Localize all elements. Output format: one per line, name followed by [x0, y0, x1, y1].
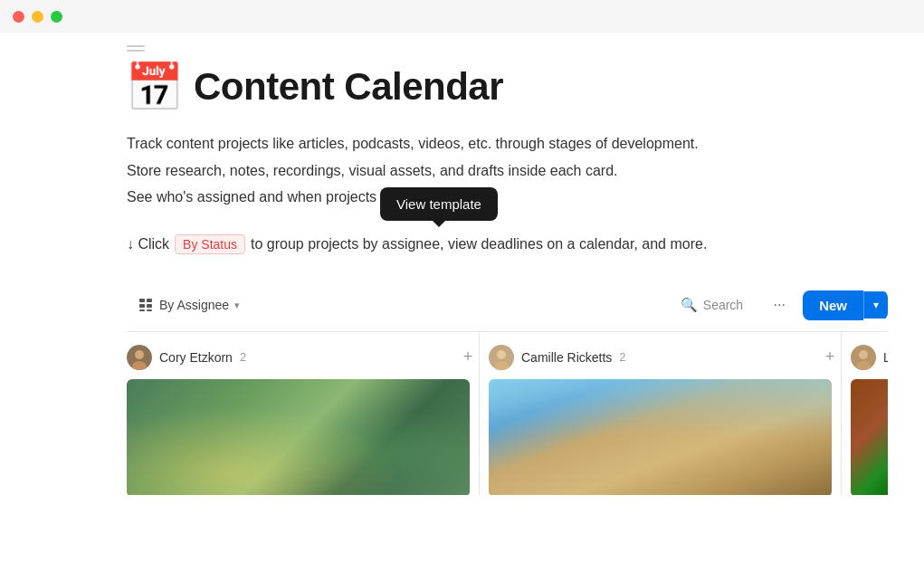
group-by-button[interactable]: By Assignee ▾ [127, 290, 251, 319]
svg-rect-2 [139, 304, 145, 308]
more-icon: ··· [773, 297, 785, 313]
search-button[interactable]: 🔍 Search [668, 290, 756, 319]
desc-line2: Store research, notes, recordings, visua… [127, 159, 888, 183]
kanban-column-cory: Cory Etzkorn 2 + [127, 332, 480, 495]
svg-rect-1 [147, 299, 152, 302]
cards-camille [489, 379, 841, 495]
calendar-icon: 📅 [127, 60, 181, 114]
instruction-prefix: ↓ Click [127, 236, 169, 252]
minimize-button[interactable] [32, 11, 43, 23]
svg-point-10 [497, 350, 506, 359]
avatar-cory [127, 345, 152, 370]
instruction-suffix: to group projects by assignee, view dead… [251, 236, 707, 252]
toolbar: By Assignee ▾ 🔍 Search ··· New ▾ [127, 280, 888, 332]
desc-line3: See who's assigned and when projects are… [127, 186, 888, 209]
description-block: Track content projects like articles, po… [127, 132, 888, 209]
page-title: Content Calendar [194, 65, 503, 109]
instruction-line: ↓ Click By Status to group projects by a… [127, 234, 888, 254]
group-by-chevron: ▾ [234, 300, 240, 311]
cards-lillie [851, 379, 888, 495]
maximize-button[interactable] [51, 11, 62, 23]
desc-line1: Track content projects like articles, po… [127, 132, 888, 156]
kanban-column-camille: Camille Ricketts 2 + [489, 332, 842, 495]
svg-rect-0 [139, 299, 145, 302]
avatar-camille [489, 345, 514, 370]
avatar-lillie [851, 345, 876, 370]
card-image-arch [489, 379, 832, 495]
column-header-camille: Camille Ricketts 2 + [489, 332, 841, 379]
tooltip-label: View template [396, 196, 481, 212]
by-status-badge[interactable]: By Status [175, 234, 245, 254]
close-button[interactable] [13, 11, 24, 23]
window-chrome [0, 0, 924, 33]
new-dropdown-button[interactable]: ▾ [863, 291, 888, 319]
svg-rect-5 [147, 309, 152, 311]
drag-handle [127, 45, 145, 52]
svg-rect-3 [147, 304, 152, 308]
kanban-board: Cory Etzkorn 2 + Camille Ricketts 2 [127, 332, 888, 495]
main-content: 📅 Content Calendar Track content project… [0, 33, 924, 571]
column-name-camille: Camille Ricketts [521, 350, 612, 365]
add-card-camille[interactable]: + [819, 347, 841, 368]
kanban-column-lillie: Lillie Ma [851, 332, 888, 495]
view-template-tooltip[interactable]: View template [380, 187, 498, 221]
svg-point-7 [135, 350, 144, 359]
card-image-festival [127, 379, 470, 495]
svg-point-13 [859, 350, 868, 359]
card-image-tropical [851, 379, 888, 495]
column-name-lillie: Lillie Ma [883, 350, 888, 365]
column-name-cory: Cory Etzkorn [159, 350, 233, 365]
more-options-button[interactable]: ··· [765, 290, 794, 319]
svg-rect-4 [139, 309, 145, 311]
column-header-lillie: Lillie Ma [851, 332, 888, 379]
group-by-label: By Assignee [159, 298, 229, 312]
page-header: 📅 Content Calendar [127, 60, 888, 114]
search-icon: 🔍 [681, 297, 698, 313]
add-card-cory[interactable]: + [457, 347, 479, 368]
column-header-cory: Cory Etzkorn 2 + [127, 332, 479, 379]
search-label: Search [703, 298, 743, 312]
column-count-camille: 2 [619, 350, 625, 364]
group-by-icon [138, 297, 154, 313]
new-button[interactable]: New [803, 290, 863, 320]
new-button-group: New ▾ [803, 290, 888, 320]
cards-cory [127, 379, 479, 495]
column-count-cory: 2 [240, 350, 246, 364]
